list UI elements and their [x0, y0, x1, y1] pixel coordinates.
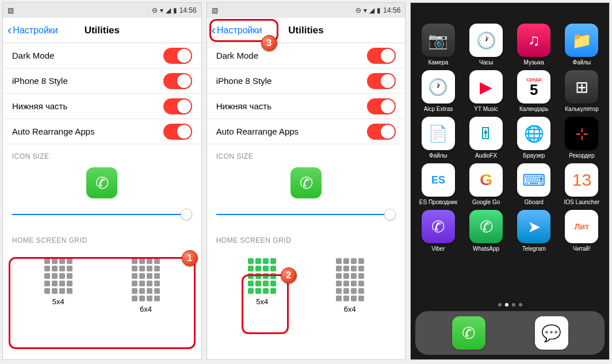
back-label: Настройки	[13, 25, 58, 36]
icon-size-slider[interactable]	[12, 206, 192, 223]
toggle-auto-rearrange[interactable]	[163, 124, 192, 140]
grid-option-5x4[interactable]: 5x4	[36, 255, 81, 317]
icon-size-preview: ✆	[3, 164, 201, 204]
grid-option-5x4[interactable]: 5x4	[240, 255, 284, 317]
wifi-icon: ▾	[364, 6, 367, 14]
row-dark-mode[interactable]: Dark Mode	[207, 43, 406, 68]
app-label: Календарь	[519, 106, 548, 112]
app-icon: 📷	[422, 24, 455, 57]
app-label: YT Music	[474, 106, 498, 112]
app-Браузер[interactable]: 🌐Браузер	[511, 117, 557, 159]
app-Календарь[interactable]: среда5Календарь	[511, 70, 557, 112]
row-label: Auto Rearrange Apps	[12, 127, 94, 136]
icon-size-slider[interactable]	[216, 206, 396, 223]
app-label: Viber	[431, 246, 445, 252]
section-home-grid: HOME SCREEN GRID	[3, 228, 201, 248]
app-icon: ▶	[469, 70, 503, 104]
app-label: Файлы	[573, 59, 591, 66]
dock: ✆💬	[415, 311, 605, 355]
toggle-dark-mode[interactable]	[163, 48, 192, 64]
app-icon: 🕐	[469, 24, 503, 57]
app-ES Проводник[interactable]: ESES Проводник	[415, 163, 461, 205]
wifi-icon: ▾	[160, 6, 163, 14]
clock-text: 14:56	[179, 6, 197, 14]
app-Viber[interactable]: ✆Viber	[415, 210, 461, 252]
home-screen-grid: 📷Камера🕐Часы♫Музыка📁Файлы🕐Aicp Extras▶YT…	[411, 18, 609, 252]
grid-options: 5x4 6x4	[3, 248, 201, 328]
app-IOS Launcher[interactable]: 13IOS Launcher	[559, 163, 605, 205]
dnd-icon: ⊖	[355, 6, 361, 14]
row-auto-rearrange[interactable]: Auto Rearrange Apps	[207, 119, 406, 144]
app-icon: ✆	[469, 210, 503, 243]
toggle-dark-mode[interactable]	[367, 48, 396, 64]
app-icon: ✆	[422, 210, 455, 243]
grid-option-6x4[interactable]: 6x4	[124, 255, 168, 317]
section-home-grid: HOME SCREEN GRID	[207, 228, 406, 248]
row-iphone8-style[interactable]: iPhone 8 Style	[207, 68, 406, 94]
battery-icon: ▮	[173, 6, 177, 14]
app-icon: 📄	[422, 117, 455, 150]
grid-options: 5x4 6x4	[207, 248, 406, 328]
back-button[interactable]: ‹ Настройки	[7, 23, 58, 38]
row-auto-rearrange[interactable]: Auto Rearrange Apps	[3, 119, 201, 144]
phone-app-icon: ✆	[290, 167, 322, 198]
app-Файлы[interactable]: 📁Файлы	[559, 24, 605, 66]
grid-preview-icon	[336, 258, 364, 301]
dock-app-icon[interactable]: ✆	[452, 316, 485, 350]
app-icon: 📁	[565, 24, 598, 57]
toggle-iphone8[interactable]	[367, 73, 396, 89]
app-Читай![interactable]: ЛитЧитай!	[559, 210, 605, 252]
app-icon: ES	[422, 163, 455, 197]
app-label: Камера	[428, 59, 448, 66]
clock-text: 14:56	[383, 6, 400, 14]
row-bottom-part[interactable]: Нижняя часть	[3, 94, 201, 119]
battery-icon: ▮	[377, 6, 381, 14]
chevron-left-icon: ‹	[212, 23, 216, 38]
app-label: Часы	[479, 59, 493, 66]
app-AudioFX[interactable]: 🎚AudioFX	[464, 117, 509, 159]
app-Калькулятор[interactable]: ⊞Калькулятор	[559, 70, 605, 112]
app-icon: ⌨	[517, 163, 550, 197]
image-icon: ▧	[7, 6, 14, 14]
app-icon: среда5	[517, 70, 550, 104]
app-YT Music[interactable]: ▶YT Music	[464, 70, 509, 112]
app-Часы[interactable]: 🕐Часы	[464, 24, 509, 66]
nav-bar: ‹ Настройки Utilities	[207, 18, 406, 43]
grid-preview-icon	[132, 258, 160, 301]
app-label: Музыка	[524, 59, 544, 66]
app-Aicp Extras[interactable]: 🕐Aicp Extras	[415, 70, 461, 112]
row-dark-mode[interactable]: Dark Mode	[3, 43, 201, 68]
row-iphone8-style[interactable]: iPhone 8 Style	[3, 68, 201, 94]
toggle-bottom[interactable]	[367, 98, 396, 114]
toggle-auto-rearrange[interactable]	[367, 124, 396, 140]
dock-app-icon[interactable]: 💬	[535, 316, 568, 350]
signal-icon: ◢	[369, 6, 374, 14]
app-icon: ♫	[517, 24, 550, 57]
phone-screenshot-1: ▧ ⊖ ▾ ◢ ▮ 14:56 ‹ Настройки Utilities Da…	[2, 2, 202, 360]
app-icon: 13	[565, 163, 598, 197]
app-Музыка[interactable]: ♫Музыка	[511, 24, 557, 66]
app-icon: ⊞	[565, 70, 598, 104]
nav-bar: ‹ Настройки Utilities	[3, 18, 201, 43]
row-label: Нижняя часть	[216, 101, 271, 111]
grid-label: 6x4	[132, 305, 160, 313]
app-Камера[interactable]: 📷Камера	[415, 24, 461, 66]
app-Gboard[interactable]: ⌨Gboard	[511, 163, 557, 205]
app-Рекордер[interactable]: ⊹Рекордер	[559, 117, 605, 159]
grid-preview-icon	[248, 258, 276, 294]
app-label: Gboard	[525, 199, 544, 205]
page-indicator	[411, 303, 609, 306]
back-button[interactable]: ‹ Настройки	[212, 23, 262, 38]
app-Telegram[interactable]: ➤Telegram	[511, 210, 557, 252]
app-Файлы[interactable]: 📄Файлы	[415, 117, 461, 159]
app-Google Go[interactable]: GGoogle Go	[464, 163, 509, 205]
row-bottom-part[interactable]: Нижняя часть	[207, 94, 406, 119]
app-label: ES Проводник	[419, 199, 457, 205]
toggle-bottom[interactable]	[163, 98, 192, 114]
page-title: Utilities	[288, 25, 323, 36]
toggle-iphone8[interactable]	[163, 73, 192, 89]
page-title: Utilities	[85, 25, 120, 36]
grid-option-6x4[interactable]: 6x4	[328, 255, 372, 317]
app-WhatsApp[interactable]: ✆WhatsApp	[464, 210, 509, 252]
phone-app-icon: ✆	[86, 167, 117, 198]
